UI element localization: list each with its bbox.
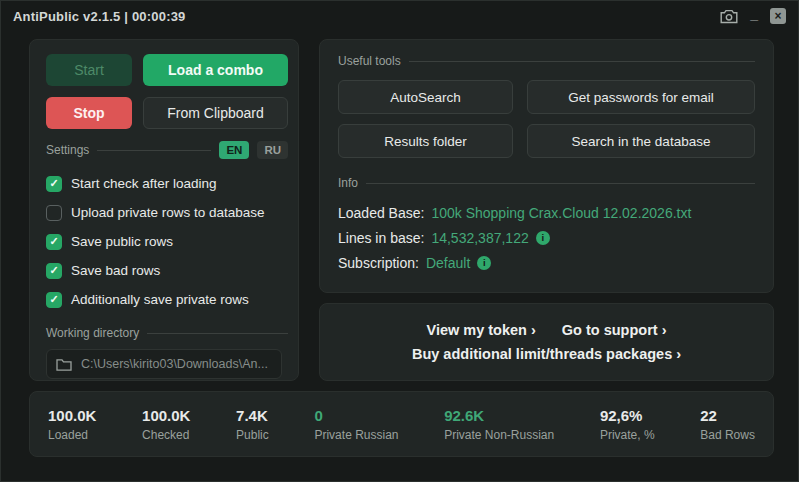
info-rows: Loaded Base: 100k Shopping Crax.Cloud 12… — [338, 200, 755, 275]
stat-loaded: 100.0K Loaded — [48, 407, 96, 442]
divider — [147, 333, 288, 334]
loaded-base-value[interactable]: 100k Shopping Crax.Cloud 12.02.2026.txt — [431, 205, 691, 221]
lines-in-base-label: Lines in base: — [338, 230, 424, 246]
settings-checkbox-list: Start check after loading Upload private… — [46, 169, 288, 314]
tools-buttons: AutoSearch Get passwords for email Resul… — [338, 80, 755, 158]
checkbox-icon[interactable] — [46, 292, 62, 308]
stat-private-russian: 0 Private Russian — [314, 407, 398, 442]
working-directory-path: C:\Users\kirito03\Downloads\An... — [81, 357, 268, 371]
checkbox-save-bad-rows[interactable]: Save bad rows — [46, 256, 288, 285]
app-window: AntiPublic v2.1.5 | 00:00:39 _ × Start L… — [0, 0, 799, 482]
folder-icon[interactable] — [56, 358, 72, 371]
buy-packages-link[interactable]: Buy additional limit/threads packages › — [412, 346, 681, 362]
working-directory-header: Working directory — [46, 326, 288, 340]
useful-tools-label: Useful tools — [338, 54, 401, 68]
info-icon[interactable]: i — [477, 256, 491, 270]
from-clipboard-button[interactable]: From Clipboard — [143, 97, 288, 129]
results-folder-button[interactable]: Results folder — [338, 124, 513, 158]
checkbox-icon[interactable] — [46, 263, 62, 279]
info-icon[interactable]: i — [536, 231, 550, 245]
checkbox-icon[interactable] — [46, 234, 62, 250]
subscription-label: Subscription: — [338, 255, 419, 271]
stat-checked: 100.0K Checked — [142, 407, 190, 442]
search-database-button[interactable]: Search in the database — [527, 124, 755, 158]
start-button[interactable]: Start — [46, 54, 132, 86]
run-buttons: Start Load a combo Stop From Clipboard — [46, 54, 288, 129]
working-directory-label: Working directory — [46, 326, 139, 340]
checkbox-icon[interactable] — [46, 205, 62, 221]
settings-section-header: Settings EN RU — [46, 141, 288, 159]
loaded-base-row: Loaded Base: 100k Shopping Crax.Cloud 12… — [338, 200, 755, 225]
stat-private-non-russian: 92.6K Private Non-Russian — [444, 407, 554, 442]
stat-bad-rows: 22 Bad Rows — [700, 407, 755, 442]
close-icon[interactable]: × — [770, 8, 786, 24]
settings-label: Settings — [46, 143, 89, 157]
info-section-header: Info — [338, 176, 755, 190]
useful-tools-header: Useful tools — [338, 54, 755, 68]
window-title: AntiPublic v2.1.5 | 00:00:39 — [13, 9, 186, 24]
checkbox-icon[interactable] — [46, 176, 62, 192]
checkbox-start-check-after-loading[interactable]: Start check after loading — [46, 169, 288, 198]
lines-in-base-value: 14,532,387,122 — [431, 230, 528, 246]
view-my-token-link[interactable]: View my token › — [426, 322, 535, 338]
checkbox-save-public-rows[interactable]: Save public rows — [46, 227, 288, 256]
language-toggle-en[interactable]: EN — [219, 141, 249, 159]
screenshot-camera-icon[interactable] — [720, 9, 738, 24]
minimize-icon[interactable]: _ — [750, 6, 758, 22]
divider — [366, 183, 755, 184]
lines-in-base-row: Lines in base: 14,532,387,122 i — [338, 225, 755, 250]
checkbox-upload-private-rows[interactable]: Upload private rows to database — [46, 198, 288, 227]
checkbox-additionally-save-private-rows[interactable]: Additionally save private rows — [46, 285, 288, 314]
divider — [409, 61, 755, 62]
working-directory-input[interactable]: C:\Users\kirito03\Downloads\An... — [46, 349, 282, 379]
autosearch-button[interactable]: AutoSearch — [338, 80, 513, 114]
subscription-value: Default — [426, 255, 470, 271]
links-row: View my token › Go to support › — [426, 322, 666, 338]
links-panel: View my token › Go to support › Buy addi… — [319, 303, 774, 381]
stop-button[interactable]: Stop — [46, 97, 132, 129]
window-controls: _ × — [720, 8, 786, 24]
go-to-support-link[interactable]: Go to support › — [562, 322, 667, 338]
get-passwords-button[interactable]: Get passwords for email — [527, 80, 755, 114]
load-combo-button[interactable]: Load a combo — [143, 54, 288, 86]
tools-panel: Useful tools AutoSearch Get passwords fo… — [319, 39, 774, 293]
titlebar: AntiPublic v2.1.5 | 00:00:39 _ × — [1, 1, 798, 31]
language-toggle-ru[interactable]: RU — [257, 141, 288, 159]
control-panel: Start Load a combo Stop From Clipboard S… — [29, 39, 299, 381]
info-label: Info — [338, 176, 358, 190]
loaded-base-label: Loaded Base: — [338, 205, 424, 221]
stat-public: 7.4K Public — [236, 407, 269, 442]
stat-private-percent: 92,6% Private, % — [600, 407, 655, 442]
divider — [97, 150, 211, 151]
stats-bar: 100.0K Loaded 100.0K Checked 7.4K Public… — [29, 391, 774, 457]
subscription-row: Subscription: Default i — [338, 250, 755, 275]
